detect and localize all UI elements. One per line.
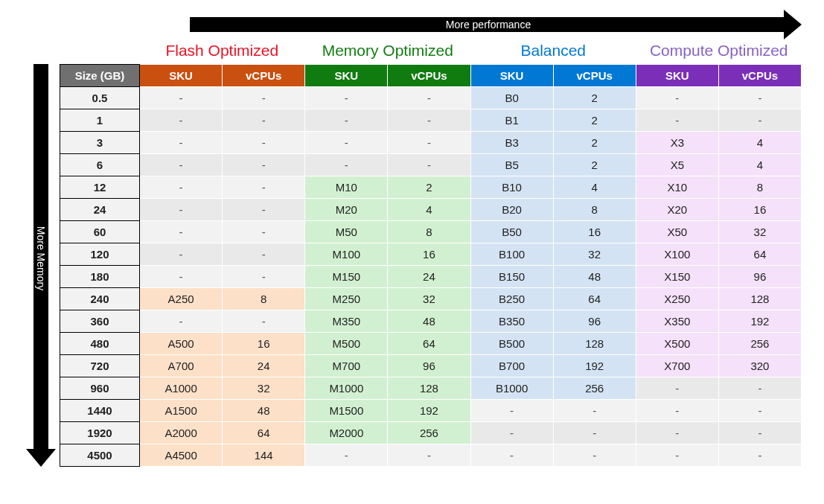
category-label-flash: Flash Optimized — [139, 39, 305, 64]
cell-flash-vcpus: 48 — [223, 400, 305, 422]
cell-flash-vcpus: - — [223, 87, 305, 109]
cell-compute-vcpus: 4 — [718, 132, 801, 154]
arrow-down-icon — [26, 449, 56, 467]
sku-matrix-table: Size (GB)SKUvCPUsSKUvCPUsSKUvCPUsSKUvCPU… — [60, 64, 802, 467]
cell-flash-sku: A700 — [140, 355, 223, 377]
cell-compute-vcpus: 192 — [718, 310, 801, 333]
table-row: 3----B32X34 — [60, 132, 802, 154]
cell-balanced-sku: B100 — [470, 243, 553, 266]
cell-compute-vcpus: 4 — [718, 154, 801, 176]
cell-memory-vcpus: 16 — [388, 243, 470, 266]
table-row: 240A2508M25032B25064X250128 — [60, 288, 802, 310]
cell-balanced-sku: B1000 — [470, 377, 553, 400]
cell-size: 24 — [60, 199, 140, 221]
cell-size: 60 — [60, 221, 140, 243]
cell-compute-sku: X500 — [636, 333, 718, 355]
cell-size: 240 — [60, 288, 140, 310]
cell-flash-vcpus: 144 — [223, 444, 305, 467]
cell-memory-sku: M250 — [305, 288, 388, 310]
cell-flash-vcpus: - — [223, 310, 305, 333]
table-row: 180--M15024B15048X15096 — [60, 266, 802, 288]
cell-flash-vcpus: 64 — [223, 422, 305, 444]
cell-memory-vcpus: 128 — [388, 377, 470, 400]
cell-balanced-sku: B1 — [470, 109, 553, 132]
cell-memory-sku: M1500 — [305, 400, 388, 422]
cell-memory-vcpus: 96 — [388, 355, 470, 377]
arrow-right-icon — [784, 10, 802, 39]
cell-size: 0.5 — [60, 87, 140, 109]
cell-memory-vcpus: - — [388, 154, 470, 176]
category-label-balanced: Balanced — [470, 39, 636, 64]
cell-flash-sku: A1000 — [140, 377, 223, 400]
cell-compute-vcpus: 32 — [718, 221, 801, 243]
cell-balanced-sku: B350 — [470, 310, 553, 333]
cell-flash-sku: A4500 — [140, 444, 223, 467]
cell-flash-vcpus: 24 — [223, 355, 305, 377]
cell-flash-sku: - — [140, 132, 223, 154]
cell-size: 360 — [60, 310, 140, 333]
table-row: 1920A200064M2000256---- — [60, 422, 802, 444]
cell-flash-sku: - — [140, 266, 223, 288]
cell-compute-vcpus: - — [718, 444, 801, 467]
cell-flash-sku: - — [140, 199, 223, 221]
cell-flash-sku: - — [140, 87, 223, 109]
cell-size: 6 — [60, 154, 140, 176]
cell-flash-sku: A1500 — [140, 400, 223, 422]
cell-compute-sku: X150 — [636, 266, 718, 288]
cell-balanced-sku: B500 — [470, 333, 553, 355]
col-header-flash-sku: SKU — [140, 65, 223, 87]
cell-compute-sku: X100 — [636, 243, 718, 266]
cell-flash-sku: A2000 — [140, 422, 223, 444]
cell-memory-vcpus: - — [388, 87, 470, 109]
table-row: 120--M10016B10032X10064 — [60, 243, 802, 266]
cell-memory-vcpus: 2 — [388, 176, 470, 199]
cell-memory-sku: M350 — [305, 310, 388, 333]
cell-memory-vcpus: 24 — [388, 266, 470, 288]
cell-balanced-sku: B700 — [470, 355, 553, 377]
cell-flash-sku: - — [140, 310, 223, 333]
category-label-memory: Memory Optimized — [305, 39, 471, 64]
cell-balanced-vcpus: 2 — [553, 132, 636, 154]
cell-compute-vcpus: 8 — [718, 176, 801, 199]
cell-flash-vcpus: - — [223, 154, 305, 176]
cell-compute-sku: X20 — [636, 199, 718, 221]
col-header-memory-sku: SKU — [305, 65, 388, 87]
cell-memory-vcpus: 192 — [388, 400, 470, 422]
cell-compute-vcpus: - — [718, 109, 801, 132]
cell-size: 720 — [60, 355, 140, 377]
cell-balanced-sku: B50 — [470, 221, 553, 243]
cell-flash-vcpus: 8 — [223, 288, 305, 310]
cell-size: 12 — [60, 176, 140, 199]
axis-memory-arrow: More Memory — [31, 64, 51, 467]
table-row: 60--M508B5016X5032 — [60, 221, 802, 243]
cell-memory-sku: - — [305, 132, 388, 154]
cell-compute-sku: - — [636, 109, 718, 132]
cell-balanced-vcpus: 48 — [553, 266, 636, 288]
cell-balanced-sku: B150 — [470, 266, 553, 288]
cell-compute-sku: X3 — [636, 132, 718, 154]
cell-balanced-vcpus: 96 — [553, 310, 636, 333]
cell-flash-sku: - — [140, 109, 223, 132]
cell-flash-sku: - — [140, 154, 223, 176]
cell-balanced-vcpus: 8 — [553, 199, 636, 221]
cell-size: 1920 — [60, 422, 140, 444]
cell-balanced-sku: B3 — [470, 132, 553, 154]
axis-performance-label: More performance — [446, 19, 531, 31]
col-header-compute-sku: SKU — [636, 65, 718, 87]
cell-memory-vcpus: 8 — [388, 221, 470, 243]
cell-flash-vcpus: - — [223, 176, 305, 199]
cell-compute-sku: X700 — [636, 355, 718, 377]
cell-compute-vcpus: 64 — [718, 243, 801, 266]
table-row: 24--M204B208X2016 — [60, 199, 802, 221]
cell-compute-vcpus: - — [718, 87, 801, 109]
col-header-balanced-sku: SKU — [470, 65, 553, 87]
cell-compute-sku: - — [636, 422, 718, 444]
cell-memory-vcpus: 4 — [388, 199, 470, 221]
cell-memory-sku: - — [305, 87, 388, 109]
cell-flash-vcpus: 16 — [223, 333, 305, 355]
cell-flash-vcpus: - — [223, 109, 305, 132]
cell-balanced-sku: - — [470, 422, 553, 444]
table-row: 480A50016M50064B500128X500256 — [60, 333, 802, 355]
cell-size: 3 — [60, 132, 140, 154]
cell-flash-sku: A250 — [140, 288, 223, 310]
